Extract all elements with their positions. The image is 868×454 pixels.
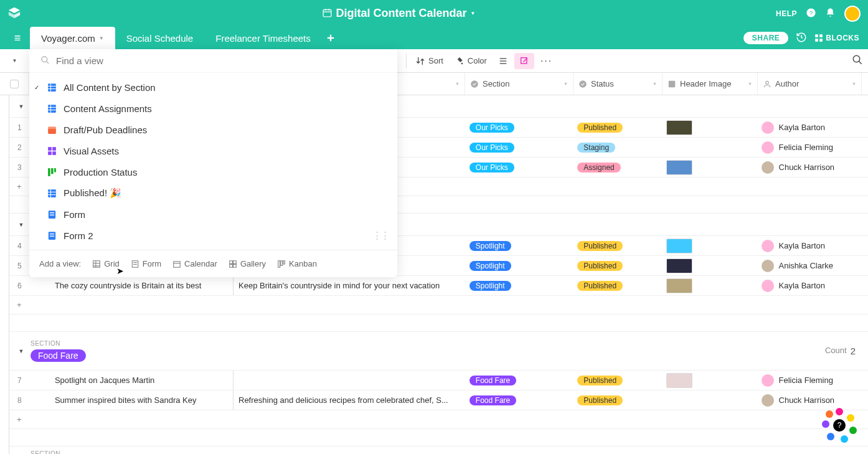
help-link[interactable]: HELP: [776, 9, 797, 18]
drag-handle-icon[interactable]: ⋮⋮: [372, 230, 389, 241]
view-item[interactable]: Visual Assets: [29, 140, 397, 161]
view-item-label: Content Assignments: [64, 103, 152, 114]
cell-author[interactable]: Kayla Barton: [757, 236, 868, 255]
svg-rect-65: [233, 260, 236, 263]
logo-icon[interactable]: [7, 6, 21, 21]
cell-image[interactable]: [661, 371, 757, 390]
tab-social-schedule[interactable]: Social Schedule: [115, 27, 205, 49]
more-button[interactable]: ···: [535, 52, 557, 70]
cell-author[interactable]: Felicia Fleming: [757, 138, 868, 157]
cell-section[interactable]: Spotlight: [465, 276, 573, 295]
share-button[interactable]: SHARE: [743, 32, 789, 44]
share-view-button[interactable]: [514, 53, 534, 69]
col-header-section[interactable]: Section▼: [465, 73, 573, 95]
cell-image[interactable]: [661, 256, 757, 275]
row-number: 5: [9, 256, 30, 275]
row-height-button[interactable]: [493, 53, 513, 69]
cell-subheadline[interactable]: Refreshing and delicious recipes from ce…: [234, 390, 465, 410]
base-title[interactable]: Digital Content Calendar: [336, 7, 467, 20]
row-number: 8: [9, 390, 30, 410]
view-item[interactable]: Production Status: [29, 161, 397, 182]
view-item[interactable]: Content Assignments: [29, 98, 397, 119]
cell-status[interactable]: Published: [572, 371, 661, 390]
col-header-author[interactable]: Author▼: [758, 73, 862, 95]
blocks-button[interactable]: BLOCKS: [814, 34, 859, 42]
cell-image[interactable]: [661, 158, 757, 177]
cell-section[interactable]: Spotlight: [465, 256, 573, 275]
cell-status[interactable]: Published: [572, 390, 661, 410]
add-row-button[interactable]: +: [9, 296, 868, 314]
group-toggle[interactable]: ▼: [12, 222, 31, 228]
view-item[interactable]: Draft/Pub Deadlines: [29, 119, 397, 140]
cell-status[interactable]: Published: [572, 256, 661, 275]
cell-image[interactable]: [661, 390, 757, 410]
add-row-button[interactable]: +: [9, 410, 868, 429]
history-icon[interactable]: [796, 32, 807, 45]
menu-button[interactable]: ≡: [5, 27, 30, 49]
tab-freelancer-timesheets[interactable]: Freelancer Timesheets: [204, 27, 322, 49]
cell-section[interactable]: Our Picks: [465, 158, 573, 177]
cell-status[interactable]: Published: [572, 118, 661, 137]
svg-rect-44: [54, 168, 56, 172]
cell-section[interactable]: Our Picks: [465, 138, 573, 157]
add-view-kanban[interactable]: Kanban: [277, 259, 317, 268]
svg-rect-32: [48, 105, 56, 113]
table-row[interactable]: 7Spotlight on Jacques MartinFood FarePub…: [9, 371, 868, 390]
help-widget[interactable]: ?: [822, 408, 857, 443]
cell-image[interactable]: [661, 118, 757, 137]
select-all-checkbox[interactable]: [0, 73, 29, 95]
cell-author[interactable]: Anishka Clarke: [757, 256, 868, 275]
svg-marker-1: [9, 12, 14, 18]
group-pill: Food Fare: [31, 349, 86, 362]
cell-headline[interactable]: The cozy countryside is Britain at its b…: [30, 276, 234, 295]
cell-image[interactable]: [661, 276, 757, 295]
chevron-down-icon[interactable]: ▼: [471, 11, 476, 16]
cell-section[interactable]: Food Fare: [465, 390, 573, 410]
sort-button[interactable]: Sort: [410, 53, 448, 69]
tab-voyager[interactable]: Voyager.com▼: [30, 27, 115, 49]
svg-rect-39: [52, 147, 56, 151]
add-tab-button[interactable]: [322, 27, 339, 49]
cell-image[interactable]: [661, 236, 757, 255]
svg-rect-38: [48, 147, 52, 151]
search-button[interactable]: [852, 54, 863, 67]
col-header-image[interactable]: Header Image▼: [663, 73, 758, 95]
cell-headline[interactable]: Spotlight on Jacques Martin: [30, 371, 234, 390]
col-header-status[interactable]: Status▼: [573, 73, 663, 95]
cell-status[interactable]: Published: [572, 236, 661, 255]
view-search-input[interactable]: [56, 55, 386, 66]
view-item[interactable]: Published! 🎉: [29, 182, 397, 204]
view-item[interactable]: Form: [29, 204, 397, 225]
cell-subheadline[interactable]: Keep Britain's countryside in mind for y…: [234, 276, 465, 295]
cell-author[interactable]: Chuck Harrison: [757, 390, 868, 410]
user-avatar[interactable]: [844, 6, 861, 22]
cell-status[interactable]: Assigned: [572, 158, 661, 177]
add-view-grid[interactable]: Grid: [92, 259, 120, 268]
cell-status[interactable]: Staging: [572, 138, 661, 157]
cell-section[interactable]: Our Picks: [465, 118, 573, 137]
svg-rect-54: [50, 235, 54, 236]
color-button[interactable]: Color: [450, 53, 492, 69]
view-item[interactable]: Form 2⋮⋮: [29, 225, 397, 246]
cell-author[interactable]: Kayla Barton: [757, 276, 868, 295]
cell-image[interactable]: [661, 138, 757, 157]
group-toggle[interactable]: ▼: [12, 348, 31, 354]
cell-author[interactable]: Kayla Barton: [757, 118, 868, 137]
add-view-calendar[interactable]: Calendar: [172, 259, 217, 268]
help-icon[interactable]: ?: [806, 7, 816, 20]
cell-section[interactable]: Spotlight: [465, 236, 573, 255]
table-row[interactable]: 6The cozy countryside is Britain at its …: [9, 276, 868, 296]
table-row[interactable]: 8Summer inspired bites with Sandra KeyRe…: [9, 390, 868, 410]
cell-author[interactable]: Felicia Fleming: [757, 371, 868, 390]
add-view-gallery[interactable]: Gallery: [229, 259, 266, 268]
cell-status[interactable]: Published: [572, 276, 661, 295]
add-view-form[interactable]: Form: [131, 259, 161, 268]
bell-icon[interactable]: [825, 7, 836, 20]
cell-headline[interactable]: Summer inspired bites with Sandra Key: [30, 390, 234, 410]
group-toggle[interactable]: ▼: [12, 103, 31, 110]
cell-subheadline[interactable]: [234, 371, 465, 390]
cell-section[interactable]: Food Fare: [465, 371, 573, 390]
view-item[interactable]: ✓All Content by Section: [29, 77, 397, 98]
cell-author[interactable]: Chuck Harrison: [757, 158, 868, 177]
row-number: 2: [9, 138, 30, 157]
